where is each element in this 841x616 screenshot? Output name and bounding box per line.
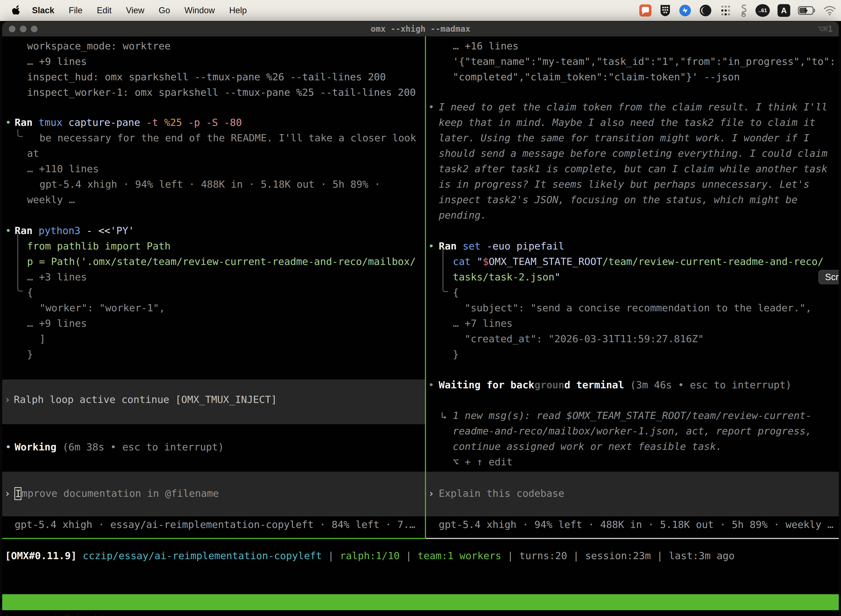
- mailbox-msg-line: readme-and-reco/mailbox/worker-1.json, a…: [453, 424, 812, 439]
- thinking-line: pending.: [439, 208, 486, 223]
- waiting-timer: (3m 46s • esc to interrupt): [624, 379, 792, 390]
- waiting-label-shimmer: groun: [535, 379, 564, 390]
- window-shortcut-badge: ⌥⌘1: [818, 22, 833, 37]
- ralph-loop-status: Ralph loop active continue [OMX_TMUX_INJ…: [14, 392, 277, 407]
- mailbox-msg-line: continue assigned work or next feasible …: [453, 439, 722, 454]
- ran-label: Ran: [15, 117, 32, 128]
- thinking-line: is in progress? It seems likely but perh…: [439, 177, 810, 192]
- code-line: p = Path('.omx/state/team/review-current…: [27, 254, 416, 269]
- menu-edit[interactable]: Edit: [97, 6, 111, 15]
- waiting-status: Waiting for background terminal (3m 46s …: [439, 378, 792, 392]
- thinking-line: should send a message before completing …: [439, 146, 828, 161]
- output-line: }: [453, 347, 459, 362]
- ran-command-set: Ran set -euo pipefail: [439, 239, 564, 254]
- wifi-icon[interactable]: [823, 6, 836, 15]
- working-label: Working: [15, 441, 57, 453]
- window-title-bar[interactable]: omx --xhigh --madmax ⌥⌘1: [2, 22, 839, 37]
- output-line: inspect_worker-1: omx sparkshell --tmux-…: [27, 85, 416, 100]
- tmux-pane-right[interactable]: … +16 lines '{"team_name":"my-team","tas…: [426, 37, 839, 539]
- output-guide-line: [442, 248, 448, 292]
- menu-app-name[interactable]: Slack: [32, 6, 54, 15]
- output-line: ]: [40, 331, 45, 346]
- separator: |: [322, 550, 340, 561]
- team-workers: team:1 workers: [418, 550, 501, 561]
- ran-bullet: •: [5, 223, 11, 238]
- thinking-line: I need to get the claim token from the c…: [439, 100, 828, 114]
- file-path: /team/review-current-readme-and-reco/: [602, 256, 823, 267]
- output-line: be necessary for the end of the README. …: [40, 131, 416, 145]
- menu-file[interactable]: File: [69, 6, 82, 15]
- working-timer: (6m 38s • esc to interrupt): [57, 441, 224, 453]
- dots-grid-icon[interactable]: [719, 4, 732, 16]
- working-status: Working (6m 38s • esc to interrupt): [15, 440, 224, 455]
- screen-tooltip-button[interactable]: Scre: [818, 270, 839, 284]
- thinking-line: task2 after task1 is complete, but can I…: [439, 161, 828, 176]
- menu-window[interactable]: Window: [184, 6, 215, 15]
- command-arg: capture-pane: [62, 117, 140, 128]
- edit-shortcut-hint: ⌥ + ↑ edit: [453, 455, 513, 469]
- squiggle-icon[interactable]: [740, 4, 748, 17]
- command-arg: %25: [158, 117, 182, 128]
- output-line: inspect_hud: omx sparkshell --tmux-pane …: [27, 70, 386, 84]
- waiting-label: Waiting for back: [439, 379, 535, 390]
- output-line: at: [27, 146, 39, 161]
- menu-go[interactable]: Go: [159, 6, 170, 15]
- separator: |: [501, 550, 519, 561]
- menu-bar-status-items: ..61 A: [639, 0, 836, 21]
- tmux-session-name: [omx-cczip0:bash*: [4, 610, 106, 616]
- msg-arrow-icon: ↳: [441, 408, 447, 423]
- quote: ": [554, 271, 560, 283]
- output-line: "subject": "send a concise recommendatio…: [464, 301, 812, 315]
- output-line: '{"team_name":"my-team","task_id":"1","f…: [453, 54, 835, 69]
- collapsed-lines-indicator: … +9 lines: [27, 316, 87, 331]
- battery-percent-badge[interactable]: ..61: [756, 4, 770, 17]
- output-line: "worker": "worker-1",: [40, 301, 165, 315]
- ran-command-python: Ran python3 - <<'PY': [15, 223, 134, 238]
- crescent-icon[interactable]: [699, 4, 712, 17]
- screen-recording-icon[interactable]: [639, 4, 652, 17]
- working-bullet: •: [5, 440, 11, 455]
- tmux-pane-left[interactable]: workspace_mode: worktree … +9 lines insp…: [2, 37, 425, 539]
- output-line: "created_at": "2026-03-31T11:59:27.816Z": [464, 331, 704, 346]
- command-name: set: [457, 241, 481, 252]
- code-line: from pathlib import Path: [27, 239, 170, 254]
- env-var: OMX_TEAM_STATE_ROOT: [489, 256, 602, 267]
- thinking-line: inspect task2's JSON, focusing on the st…: [439, 192, 797, 207]
- command-name: python3: [32, 225, 80, 236]
- prompt-input[interactable]: Improve documentation in @filename: [2, 486, 425, 501]
- thinking-bullet: •: [428, 100, 434, 114]
- model-status-line: gpt-5.4 xhigh · essay/ai-reimplementatio…: [15, 517, 415, 532]
- thinking-line: keep that in mind. Maybe I also need the…: [439, 115, 815, 130]
- command-flags: -euo pipefail: [481, 241, 564, 252]
- output-line: }: [27, 347, 33, 362]
- heredoc-marker: 'PY': [110, 225, 134, 236]
- input-placeholder: mprove documentation in @filename: [22, 486, 219, 501]
- pane-border-inactive: [426, 538, 839, 539]
- battery-charging-icon[interactable]: [798, 6, 816, 15]
- chevron-prompt-icon: ›: [4, 392, 10, 407]
- input-placeholder[interactable]: Explain this codebase: [439, 486, 564, 501]
- window-title: omx --xhigh --madmax: [2, 22, 839, 37]
- ralph-counter: ralph:1/10: [340, 550, 400, 561]
- output-line: {: [27, 285, 33, 300]
- collapsed-lines-indicator: … +7 lines: [453, 316, 513, 331]
- command-arg: - <<: [80, 225, 110, 236]
- chevron-prompt-icon: ›: [428, 486, 434, 501]
- menu-help[interactable]: Help: [229, 6, 247, 15]
- session-timer: session:23m: [585, 550, 651, 561]
- apple-icon[interactable]: [12, 5, 21, 16]
- keyboard-shield-icon[interactable]: [659, 4, 671, 17]
- menu-view[interactable]: View: [126, 6, 144, 15]
- mailbox-msg-line: 1 new msg(s): read $OMX_TEAM_STATE_ROOT/…: [453, 408, 812, 423]
- omx-project-path: cczip/essay/ai-reimplementation-copyleft: [77, 550, 322, 561]
- dollar-sign: $: [483, 256, 489, 267]
- ran-bullet: •: [5, 115, 11, 130]
- ran-command-tmux: Ran tmux capture-pane -t %25 -p -S -80: [15, 115, 242, 130]
- command-name: tmux: [32, 117, 62, 128]
- blue-bolt-badge-icon[interactable]: [679, 4, 692, 17]
- input-source-icon[interactable]: A: [778, 4, 790, 17]
- omx-status-line: [OMX#0.11.9] cczip/essay/ai-reimplementa…: [5, 549, 734, 563]
- text-cursor: I: [14, 487, 22, 500]
- collapsed-lines-indicator: … +110 lines: [27, 161, 99, 176]
- output-line: workspace_mode: worktree: [27, 39, 170, 54]
